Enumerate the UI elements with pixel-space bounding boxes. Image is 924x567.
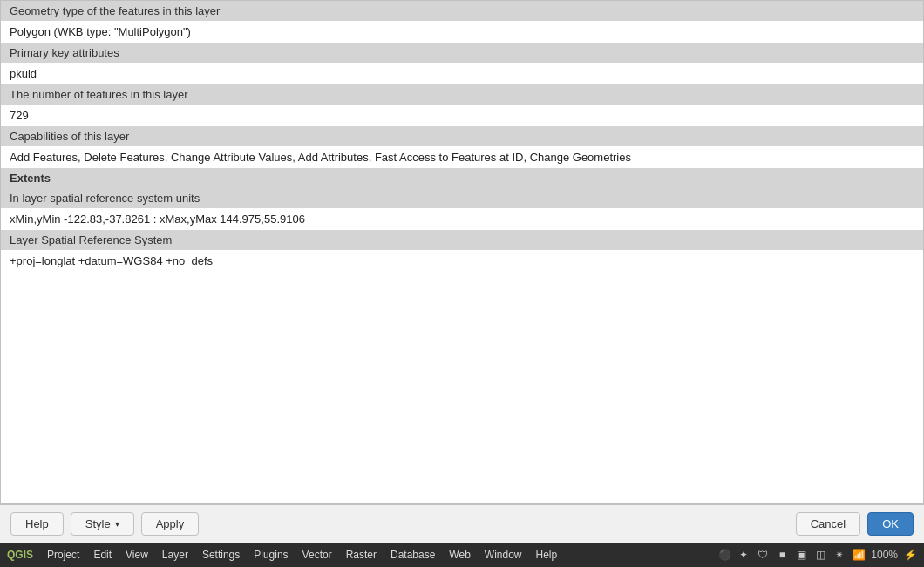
- taskbar: QGIS ProjectEditViewLayerSettingsPlugins…: [0, 543, 924, 567]
- style-label: Style: [85, 517, 111, 530]
- battery-icon: ⚡: [903, 548, 917, 562]
- taskbar-menu-item-help[interactable]: Help: [529, 547, 565, 563]
- shield-icon: 🛡: [756, 548, 770, 562]
- apply-button[interactable]: Apply: [141, 512, 200, 536]
- bluetooth-icon: ✴: [832, 548, 846, 562]
- value-row: pkuid: [1, 63, 923, 84]
- taskbar-menu-item-window[interactable]: Window: [478, 547, 529, 563]
- taskbar-menu-item-view[interactable]: View: [119, 547, 155, 563]
- value-row: +proj=longlat +datum=WGS84 +no_defs: [1, 250, 923, 272]
- taskbar-menu-item-project[interactable]: Project: [40, 547, 86, 563]
- dropbox-icon: ✦: [737, 548, 751, 562]
- cancel-button[interactable]: Cancel: [796, 512, 860, 536]
- style-button[interactable]: Style ▾: [71, 512, 134, 536]
- taskbar-menu-item-settings[interactable]: Settings: [195, 547, 247, 563]
- value-row: Add Features, Delete Features, Change At…: [1, 146, 923, 168]
- main-content: Geometry type of the features in this la…: [0, 0, 924, 504]
- taskbar-menu-item-web[interactable]: Web: [442, 547, 477, 563]
- taskbar-menu-item-layer[interactable]: Layer: [155, 547, 195, 563]
- help-button[interactable]: Help: [10, 512, 64, 536]
- taskbar-menu-item-edit[interactable]: Edit: [86, 547, 119, 563]
- circle-icon: ⚫: [717, 548, 731, 562]
- taskbar-menu-item-raster[interactable]: Raster: [339, 547, 384, 563]
- zoom-level: 100%: [871, 549, 898, 561]
- section-header: Geometry type of the features in this la…: [1, 1, 923, 21]
- section-header: Capabilities of this layer: [1, 126, 923, 146]
- section-header: Layer Spatial Reference System: [1, 230, 923, 250]
- taskbar-menu-item-vector[interactable]: Vector: [296, 547, 339, 563]
- section-header: In layer spatial reference system units: [1, 188, 923, 208]
- value-row: 729: [1, 105, 923, 126]
- ok-button[interactable]: OK: [867, 512, 914, 536]
- value-row: Polygon (WKB type: "MultiPolygon"): [1, 21, 923, 43]
- wifi-icon: 📶: [852, 548, 866, 562]
- taskbar-menu-item-database[interactable]: Database: [384, 547, 442, 563]
- taskbar-menu-item-plugins[interactable]: Plugins: [247, 547, 295, 563]
- monitor-icon: ▣: [794, 548, 808, 562]
- taskbar-right: ⚫ ✦ 🛡 ■ ▣ ◫ ✴ 📶 100% ⚡: [717, 548, 917, 562]
- section-header: Extents: [1, 168, 923, 188]
- chevron-down-icon: ▾: [115, 519, 119, 529]
- value-row: xMin,yMin -122.83,-37.8261 : xMax,yMax 1…: [1, 208, 923, 230]
- section-header: Primary key attributes: [1, 43, 923, 63]
- display-icon: ◫: [813, 548, 827, 562]
- bottom-bar: Help Style ▾ Apply Cancel OK: [0, 504, 924, 543]
- square-icon: ■: [775, 548, 789, 562]
- section-header: The number of features in this layer: [1, 84, 923, 105]
- qgis-logo: QGIS: [7, 549, 33, 561]
